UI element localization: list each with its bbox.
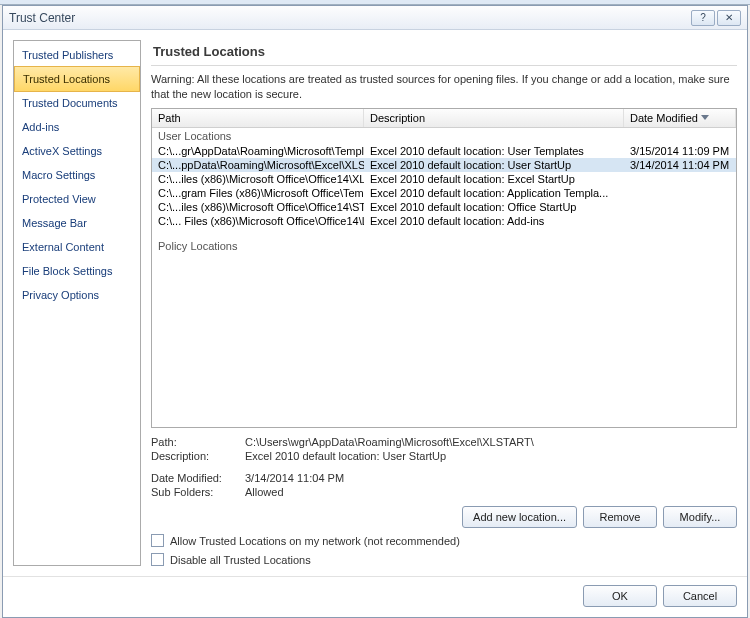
sidebar-item-trusted-locations[interactable]: Trusted Locations: [14, 66, 140, 92]
disable-all-label: Disable all Trusted Locations: [170, 554, 311, 566]
dialog-footer: OK Cancel: [3, 576, 747, 617]
list-header: Path Description Date Modified: [152, 109, 736, 128]
sidebar-item-protected-view[interactable]: Protected View: [14, 187, 140, 211]
cell-path: C:\...gram Files (x86)\Microsoft Office\…: [152, 186, 364, 200]
sidebar-item-external-content[interactable]: External Content: [14, 235, 140, 259]
sidebar-item-macro-settings[interactable]: Macro Settings: [14, 163, 140, 187]
cell-description: Excel 2010 default location: Application…: [364, 186, 624, 200]
dialog-body: Trusted PublishersTrusted LocationsTrust…: [3, 30, 747, 576]
list-row[interactable]: C:\...iles (x86)\Microsoft Office\Office…: [152, 172, 736, 186]
detail-label-description: Description:: [151, 450, 241, 462]
detail-value-subfolders: Allowed: [245, 486, 737, 498]
cell-date: 3/15/2014 11:09 PM: [624, 144, 736, 158]
list-body: User LocationsC:\...gr\AppData\Roaming\M…: [152, 128, 736, 427]
remove-button[interactable]: Remove: [583, 506, 657, 528]
cell-path: C:\...gr\AppData\Roaming\Microsoft\Templ…: [152, 144, 364, 158]
list-row[interactable]: C:\...gram Files (x86)\Microsoft Office\…: [152, 186, 736, 200]
list-row[interactable]: C:\...gr\AppData\Roaming\Microsoft\Templ…: [152, 144, 736, 158]
cancel-button[interactable]: Cancel: [663, 585, 737, 607]
column-header-date-modified[interactable]: Date Modified: [624, 109, 736, 127]
sidebar-item-trusted-publishers[interactable]: Trusted Publishers: [14, 43, 140, 67]
cell-description: Excel 2010 default location: Office Star…: [364, 200, 624, 214]
cell-path: C:\...ppData\Roaming\Microsoft\Excel\XLS…: [152, 158, 364, 172]
allow-network-row: Allow Trusted Locations on my network (n…: [151, 534, 737, 547]
trust-center-dialog: Trust Center ? ✕ Trusted PublishersTrust…: [2, 5, 748, 618]
dialog-titlebar: Trust Center ? ✕: [3, 6, 747, 30]
sidebar-item-trusted-documents[interactable]: Trusted Documents: [14, 91, 140, 115]
disable-all-row: Disable all Trusted Locations: [151, 553, 737, 566]
detail-label-date: Date Modified:: [151, 472, 241, 484]
sidebar-item-add-ins[interactable]: Add-ins: [14, 115, 140, 139]
section-heading: Trusted Locations: [151, 40, 737, 66]
allow-network-label: Allow Trusted Locations on my network (n…: [170, 535, 460, 547]
column-header-path[interactable]: Path: [152, 109, 364, 127]
close-button[interactable]: ✕: [717, 10, 741, 26]
locations-list[interactable]: Path Description Date Modified User Loca…: [151, 108, 737, 428]
main-panel: Trusted Locations Warning: All these loc…: [151, 40, 737, 566]
sidebar-item-activex-settings[interactable]: ActiveX Settings: [14, 139, 140, 163]
add-new-location-button[interactable]: Add new location...: [462, 506, 577, 528]
sidebar-item-file-block-settings[interactable]: File Block Settings: [14, 259, 140, 283]
modify-button[interactable]: Modify...: [663, 506, 737, 528]
dialog-title: Trust Center: [9, 11, 689, 25]
location-buttons-row: Add new location... Remove Modify...: [151, 506, 737, 528]
list-row[interactable]: C:\...ppData\Roaming\Microsoft\Excel\XLS…: [152, 158, 736, 172]
column-header-date-label: Date Modified: [630, 112, 698, 124]
help-button[interactable]: ?: [691, 10, 715, 26]
cell-description: Excel 2010 default location: Add-ins: [364, 214, 624, 228]
detail-value-description: Excel 2010 default location: User StartU…: [245, 450, 737, 462]
detail-value-date: 3/14/2014 11:04 PM: [245, 472, 737, 484]
category-sidebar: Trusted PublishersTrusted LocationsTrust…: [13, 40, 141, 566]
cell-path: C:\...iles (x86)\Microsoft Office\Office…: [152, 200, 364, 214]
cell-date: 3/14/2014 11:04 PM: [624, 158, 736, 172]
list-row[interactable]: C:\...iles (x86)\Microsoft Office\Office…: [152, 200, 736, 214]
cell-date: [624, 186, 736, 200]
detail-label-path: Path:: [151, 436, 241, 448]
sort-descending-icon: [701, 115, 709, 120]
sidebar-item-privacy-options[interactable]: Privacy Options: [14, 283, 140, 307]
list-group-label: Policy Locations: [152, 238, 736, 254]
cell-date: [624, 214, 736, 228]
warning-text: Warning: All these locations are treated…: [151, 72, 737, 102]
cell-date: [624, 200, 736, 214]
cell-description: Excel 2010 default location: Excel Start…: [364, 172, 624, 186]
cell-path: C:\...iles (x86)\Microsoft Office\Office…: [152, 172, 364, 186]
sidebar-item-message-bar[interactable]: Message Bar: [14, 211, 140, 235]
cell-date: [624, 172, 736, 186]
list-group-label: User Locations: [152, 128, 736, 144]
cell-path: C:\... Files (x86)\Microsoft Office\Offi…: [152, 214, 364, 228]
column-header-description[interactable]: Description: [364, 109, 624, 127]
ok-button[interactable]: OK: [583, 585, 657, 607]
detail-value-path: C:\Users\wgr\AppData\Roaming\Microsoft\E…: [245, 436, 737, 448]
allow-network-checkbox[interactable]: [151, 534, 164, 547]
cell-description: Excel 2010 default location: User Templa…: [364, 144, 624, 158]
detail-label-subfolders: Sub Folders:: [151, 486, 241, 498]
cell-description: Excel 2010 default location: User StartU…: [364, 158, 624, 172]
list-row[interactable]: C:\... Files (x86)\Microsoft Office\Offi…: [152, 214, 736, 228]
disable-all-checkbox[interactable]: [151, 553, 164, 566]
details-panel: Path: C:\Users\wgr\AppData\Roaming\Micro…: [151, 436, 737, 498]
